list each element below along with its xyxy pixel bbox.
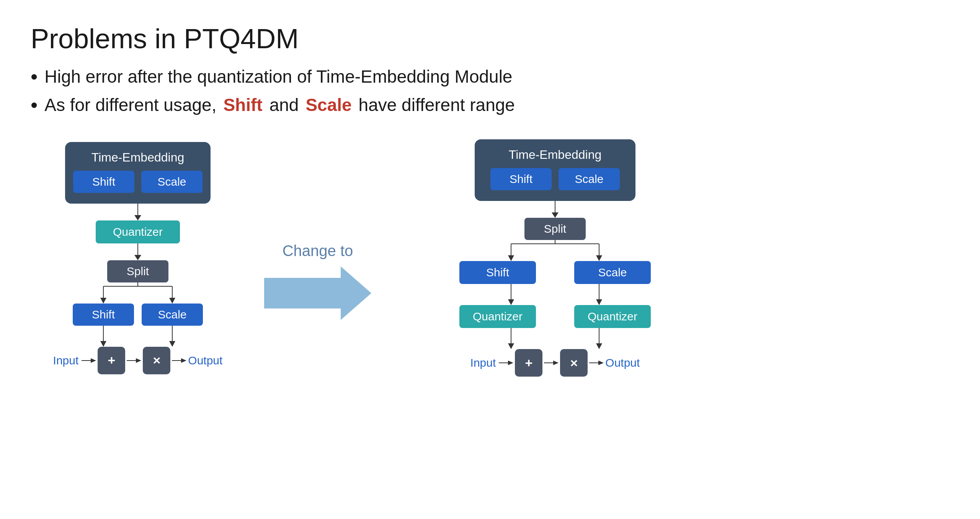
change-to-area: Change to — [245, 242, 390, 320]
diagrams-row: Time-Embedding Shift Scale Quantizer Spl… — [31, 139, 949, 377]
right-conn1 — [552, 201, 559, 218]
left-shift-node: Shift — [73, 304, 134, 326]
change-to-label: Change to — [283, 242, 353, 260]
left-plus-node: + — [98, 347, 125, 374]
change-to-arrow — [264, 266, 371, 320]
right-gap2 — [544, 305, 567, 328]
svg-marker-15 — [181, 358, 186, 363]
left-arrow1 — [134, 215, 141, 220]
slide-title: Problems in PTQ4DM — [31, 23, 949, 54]
right-conn-v1 — [555, 201, 555, 212]
left-arrow2 — [134, 255, 141, 260]
svg-marker-28 — [508, 343, 514, 349]
bullet-list: High error after the quantization of Tim… — [31, 65, 949, 116]
svg-marker-34 — [553, 361, 559, 365]
left-shift-scale-row: Shift Scale — [73, 304, 203, 326]
left-quantizer: Quantizer — [96, 220, 180, 243]
left-time-embedding-label: Time-Embedding — [91, 150, 184, 165]
svg-marker-9 — [169, 341, 175, 347]
left-diagram: Time-Embedding Shift Scale Quantizer Spl… — [31, 142, 245, 374]
svg-marker-30 — [596, 343, 602, 349]
right-quantizer2: Quantizer — [574, 305, 651, 328]
left-shift-in-te: Shift — [73, 171, 134, 193]
bullet-highlight-shift: Shift — [223, 95, 262, 115]
svg-marker-26 — [596, 299, 602, 305]
bullet-text-2b: and — [270, 95, 299, 115]
svg-marker-16 — [264, 266, 371, 320]
bullet-text-1: High error after the quantization of Tim… — [44, 66, 512, 87]
svg-marker-22 — [596, 255, 602, 261]
left-conn-v1 — [137, 204, 138, 215]
right-quantizer-row: Quantizer Quantizer — [459, 305, 651, 328]
svg-marker-20 — [508, 255, 514, 261]
right-arrow1 — [552, 212, 559, 218]
left-branch-connectors — [73, 282, 203, 304]
right-shift-node: Shift — [459, 261, 536, 284]
svg-marker-32 — [508, 361, 513, 365]
left-te-inner: Shift Scale — [73, 171, 203, 193]
right-bottom-row: Input + × Output — [470, 349, 640, 377]
left-scale-node: Scale — [142, 304, 203, 326]
left-input-label: Input — [53, 354, 79, 367]
left-conn1 — [134, 204, 141, 220]
right-scale-in-te: Scale — [559, 168, 620, 190]
right-conn-to-quant — [467, 284, 643, 305]
right-plus-node: + — [515, 349, 542, 377]
right-conn-to-math — [467, 328, 643, 349]
left-bottom-row: Input + × Output — [53, 347, 223, 374]
right-scale-node: Scale — [574, 261, 651, 284]
right-quantizer1: Quantizer — [459, 305, 536, 328]
svg-marker-36 — [598, 361, 604, 365]
right-time-embedding-label: Time-Embedding — [509, 148, 601, 162]
svg-marker-24 — [508, 299, 514, 305]
left-times-node: × — [143, 347, 170, 374]
right-te-inner: Shift Scale — [490, 168, 620, 190]
left-conn-v2 — [137, 243, 138, 255]
right-times-node: × — [560, 349, 588, 377]
bullet-item-2: As for different usage, Shift and Scale … — [31, 93, 949, 116]
right-branch-connectors — [467, 240, 643, 261]
bullet-item-1: High error after the quantization of Tim… — [31, 65, 949, 88]
svg-marker-3 — [100, 298, 106, 304]
left-time-embedding-box: Time-Embedding Shift Scale — [65, 142, 211, 204]
left-conn-to-math — [73, 326, 203, 347]
bullet-highlight-scale: Scale — [305, 95, 351, 115]
left-split: Split — [107, 260, 168, 282]
svg-marker-13 — [136, 358, 141, 363]
right-split: Split — [524, 218, 586, 240]
right-time-embedding-box: Time-Embedding Shift Scale — [475, 139, 635, 201]
svg-marker-7 — [100, 341, 106, 347]
bullet-text-2c: have different range — [359, 95, 515, 115]
right-input-label: Input — [470, 356, 496, 369]
right-shift-in-te: Shift — [490, 168, 552, 190]
right-gap — [544, 261, 567, 284]
bullet-text-2a: As for different usage, — [44, 95, 216, 115]
right-shift-scale-row: Shift Scale — [459, 261, 651, 284]
right-output-label: Output — [605, 356, 640, 369]
left-conn2 — [134, 243, 141, 260]
left-output-label: Output — [188, 354, 222, 367]
svg-marker-5 — [169, 298, 175, 304]
left-scale-in-te: Scale — [141, 171, 203, 193]
svg-marker-11 — [91, 358, 96, 363]
right-diagram: Time-Embedding Shift Scale Split — [406, 139, 704, 377]
